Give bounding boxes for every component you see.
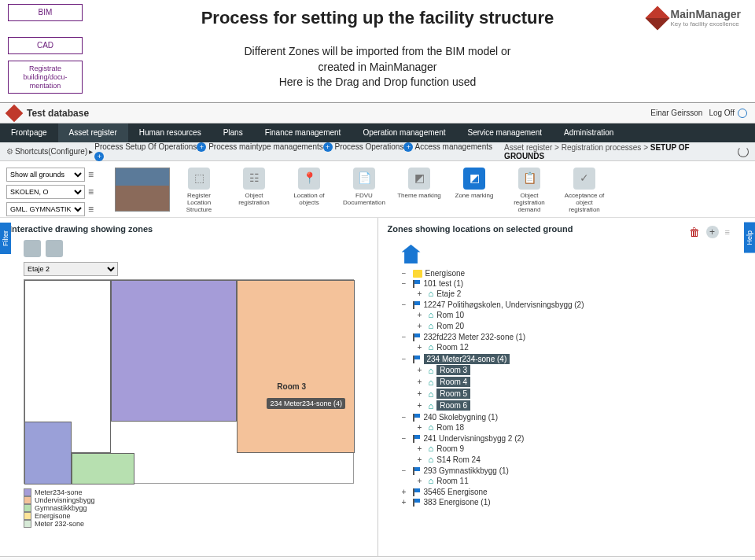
subnav-crumb[interactable]: Access managements xyxy=(415,142,492,151)
tree-toggle-icon[interactable]: − xyxy=(402,300,410,309)
plus-icon[interactable]: + xyxy=(197,142,206,152)
tree-toggle-icon[interactable]: + xyxy=(418,311,425,319)
tree-toggle-icon[interactable]: + xyxy=(418,343,425,352)
flag-icon xyxy=(413,467,421,475)
subnav-crumb[interactable]: Process Setup Of Operations xyxy=(94,142,197,151)
tree-toggle-icon[interactable]: − xyxy=(402,333,410,341)
floorplan[interactable]: Room 3 234 Meter234-sone (4) xyxy=(24,279,354,484)
add-icon[interactable]: + xyxy=(706,226,719,238)
tree-toggle-icon[interactable]: + xyxy=(402,498,410,507)
nav-finance-management[interactable]: Finance management xyxy=(254,123,352,142)
tree-item[interactable]: +35465 Energisone xyxy=(402,487,746,497)
nav-asset-register[interactable]: Asset register xyxy=(58,123,128,142)
floor-select[interactable]: Etaje 2 xyxy=(24,262,118,276)
tool-object-registration[interactable]: ☷Object registration xyxy=(231,168,277,213)
tree-item[interactable]: −101 test (1)+⌂Etaje 2 xyxy=(402,278,746,300)
tree-item[interactable]: +⌂Room 11 xyxy=(418,475,746,486)
plus-icon[interactable]: + xyxy=(403,142,413,152)
tree-item[interactable]: +⌂Rom 20 xyxy=(418,320,746,331)
breadcrumb-2[interactable]: Registration processes xyxy=(562,143,642,152)
picker-skolen[interactable]: SKOLEN, O xyxy=(6,185,85,199)
floorplan-block[interactable] xyxy=(111,280,237,422)
tree-item[interactable]: −232fd223 Meter 232-sone (1)+⌂Room 12 xyxy=(402,332,746,353)
tree-toggle-icon[interactable]: + xyxy=(418,423,425,432)
tree-item[interactable]: −240 Skolebygning (1)+⌂Rom 18 xyxy=(402,412,746,433)
list-icon[interactable]: ≡ xyxy=(88,169,94,180)
tree-item[interactable]: +⌂Room 4 xyxy=(418,376,746,388)
tool-object-registration-demand[interactable]: 📋Object registration demand xyxy=(506,168,552,213)
tool-label: Object registration xyxy=(231,193,277,207)
list-icon[interactable]: ≡ xyxy=(725,227,730,237)
plus-icon[interactable]: + xyxy=(323,142,333,152)
subnav-crumb[interactable]: Process maintype managements xyxy=(208,142,323,151)
subnav-crumb[interactable]: Process Operations xyxy=(335,142,404,151)
tool-fdvu-documentation[interactable]: 📄FDVU Documentation xyxy=(341,168,387,213)
tree-item[interactable]: −234 Meter234-sone (4)+⌂Room 3+⌂Room 4+⌂… xyxy=(402,353,746,412)
tree-toggle-icon[interactable]: − xyxy=(402,355,410,363)
nav-frontpage[interactable]: Frontpage xyxy=(0,123,58,142)
tree-toggle-icon[interactable]: − xyxy=(402,413,410,422)
tree-toggle-icon[interactable]: + xyxy=(418,389,425,398)
draw-tool-2[interactable] xyxy=(46,240,63,257)
floorplan-block[interactable] xyxy=(24,422,72,484)
tree-item[interactable]: −12247 Politihøgskolen, Undervisningsbyg… xyxy=(402,300,746,332)
picker-show-all[interactable]: Show all grounds xyxy=(6,168,85,182)
gear-icon[interactable]: ⚙ xyxy=(6,147,13,156)
tree-item[interactable]: +⌂Room 9 xyxy=(418,443,746,454)
nav-human-resources[interactable]: Human resources xyxy=(128,123,212,142)
tree-toggle-icon[interactable]: − xyxy=(402,279,410,288)
list-icon[interactable]: ≡ xyxy=(88,186,94,197)
tree-toggle-icon[interactable]: + xyxy=(418,289,425,298)
shortcuts-configure[interactable]: Shortcuts(Configure) xyxy=(15,147,87,156)
home-icon[interactable] xyxy=(402,245,421,263)
tool-location-of-objects[interactable]: 📍Location of objects xyxy=(286,168,332,213)
tree-item[interactable]: +⌂Room 6 xyxy=(418,400,746,411)
tree-children: +⌂Rom 10+⌂Rom 20 xyxy=(418,309,746,331)
tree-item[interactable]: +⌂Rom 18 xyxy=(418,422,746,433)
tree-toggle-icon[interactable]: + xyxy=(418,477,425,485)
tree-item[interactable]: +⌂Room 12 xyxy=(418,341,746,352)
nav-service-management[interactable]: Service management xyxy=(456,123,553,142)
tree-item[interactable]: −293 Gymnastikkbygg (1)+⌂Room 11 xyxy=(402,466,746,487)
floorplan-block[interactable] xyxy=(237,280,355,453)
filter-tab[interactable]: Filter xyxy=(0,223,11,254)
tree-item[interactable]: +⌂Etaje 2 xyxy=(418,288,746,299)
tree-toggle-icon[interactable]: + xyxy=(418,366,425,374)
tool-zone-marking[interactable]: ◩Zone marking xyxy=(451,168,497,213)
tree-toggle-icon[interactable]: − xyxy=(402,434,410,443)
tree-item[interactable]: +⌂Room 5 xyxy=(418,388,746,400)
breadcrumb-1[interactable]: Asset register xyxy=(504,143,552,152)
floorplan-block[interactable] xyxy=(72,453,134,484)
tree-item[interactable]: +⌂S14 Rom 24 xyxy=(418,454,746,465)
tree-item[interactable]: −Energisone xyxy=(402,268,746,278)
tree-toggle-icon[interactable]: + xyxy=(418,401,425,410)
tool-acceptance-of-object-registration[interactable]: ✓Acceptance of object registration xyxy=(562,168,607,213)
tree-item[interactable]: −241 Undervisningsbygg 2 (2)+⌂Room 9+⌂S1… xyxy=(402,433,746,466)
logoff-button[interactable]: Log Off xyxy=(709,109,747,118)
tree-toggle-icon[interactable]: + xyxy=(402,488,410,496)
help-tab[interactable]: Help xyxy=(744,223,755,253)
tree-toggle-icon[interactable]: − xyxy=(402,466,410,475)
tool-register-location-structure[interactable]: ⬚Register Location Structure xyxy=(176,168,222,213)
plus-icon[interactable]: + xyxy=(94,152,104,161)
tree-label: Room 12 xyxy=(436,343,469,352)
tree-item[interactable]: +383 Energisone (1) xyxy=(402,497,746,507)
brand-logo: MainManager Key to facility excellence xyxy=(649,8,741,28)
refresh-icon[interactable] xyxy=(738,146,749,157)
tree-toggle-icon[interactable]: − xyxy=(402,269,410,278)
tree-item[interactable]: +⌂Room 3 xyxy=(418,364,746,376)
tree-toggle-icon[interactable]: + xyxy=(418,378,425,386)
list-icon[interactable]: ≡ xyxy=(88,204,94,215)
tool-theme-marking[interactable]: ◩Theme marking xyxy=(396,168,442,213)
tree-toggle-icon[interactable]: + xyxy=(418,455,425,464)
nav-operation-management[interactable]: Operation management xyxy=(352,123,456,142)
draw-tool-1[interactable] xyxy=(24,240,41,257)
tree-item[interactable]: +⌂Rom 10 xyxy=(418,309,746,320)
flow-box-cad: CAD xyxy=(8,37,83,54)
tree-toggle-icon[interactable]: + xyxy=(418,444,425,453)
trash-icon[interactable]: 🗑 xyxy=(689,226,700,238)
picker-gym[interactable]: GML. GYMNASTIKKB xyxy=(6,202,85,216)
nav-administration[interactable]: Administration xyxy=(553,123,624,142)
nav-plans[interactable]: Plans xyxy=(212,123,254,142)
tree-toggle-icon[interactable]: + xyxy=(418,322,425,330)
